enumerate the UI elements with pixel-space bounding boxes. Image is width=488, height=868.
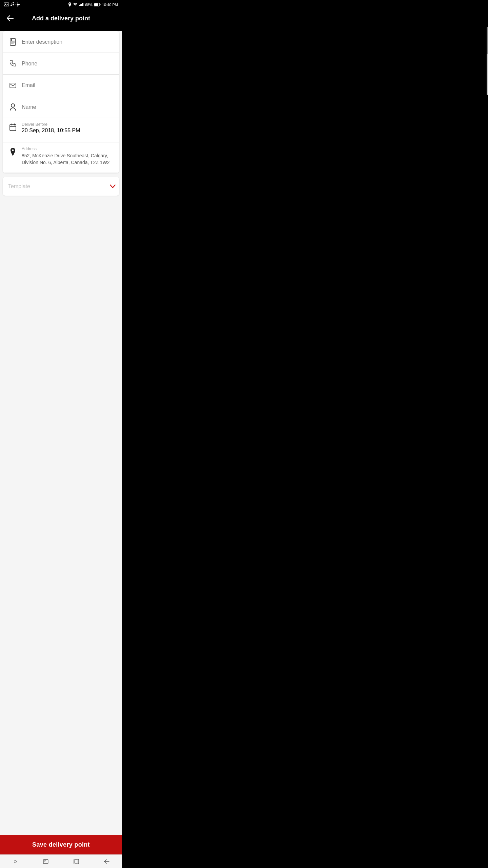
address-label: Address (22, 146, 114, 151)
name-field[interactable] (3, 96, 119, 118)
music-icon (10, 2, 14, 7)
deliver-before-content: Deliver Before 20 Sep, 2018, 10:55 PM (22, 122, 114, 134)
svg-rect-34 (44, 860, 45, 861)
address-field[interactable]: Address 852, McKenzie Drive Southeast, C… (3, 142, 119, 173)
svg-rect-36 (75, 860, 78, 863)
deliver-before-label: Deliver Before (22, 122, 114, 127)
description-field[interactable] (3, 31, 119, 53)
time: 10:40 PM (102, 3, 118, 7)
svg-rect-12 (79, 5, 80, 6)
status-bar: 68% 10:40 PM (0, 0, 122, 9)
location-status-icon (68, 2, 72, 7)
nav-recents-button[interactable] (42, 857, 50, 866)
svg-rect-14 (81, 4, 82, 6)
svg-rect-22 (11, 39, 12, 41)
chevron-down-icon (108, 184, 116, 189)
svg-rect-16 (83, 3, 84, 6)
svg-rect-15 (82, 3, 83, 6)
address-value: 852, McKenzie Drive Southeast, Calgary, … (22, 153, 114, 166)
status-left-icons (4, 2, 20, 7)
name-input[interactable] (22, 104, 114, 110)
deliver-before-field[interactable]: Deliver Before 20 Sep, 2018, 10:55 PM (3, 118, 119, 142)
save-delivery-point-button[interactable]: Save delivery point (0, 835, 122, 854)
svg-rect-19 (94, 3, 98, 6)
person-icon (8, 103, 18, 111)
nav-back-button[interactable] (103, 857, 111, 866)
location-icon (8, 148, 18, 156)
nav-bar (0, 854, 122, 868)
svg-point-32 (14, 860, 17, 863)
address-content: Address 852, McKenzie Drive Southeast, C… (22, 146, 114, 166)
bottom-spacer (0, 196, 122, 230)
nav-home-button[interactable] (11, 857, 19, 866)
template-field[interactable]: Template (3, 177, 119, 196)
phone-icon (8, 60, 18, 67)
svg-rect-28 (10, 124, 16, 131)
description-input[interactable] (22, 39, 114, 45)
svg-rect-0 (4, 3, 9, 6)
deliver-before-value: 20 Sep, 2018, 10:55 PM (22, 127, 114, 134)
phone-field[interactable] (3, 53, 119, 75)
status-right-icons: 68% 10:40 PM (68, 2, 118, 7)
signal-bars-icon (79, 3, 84, 7)
description-icon (8, 38, 18, 46)
svg-line-6 (12, 2, 14, 3)
battery-icon (94, 3, 101, 7)
calendar-icon (8, 123, 18, 131)
header: Add a delivery point (0, 9, 122, 27)
image-icon (4, 2, 9, 7)
email-icon (8, 83, 18, 88)
svg-rect-18 (100, 4, 100, 5)
brightness-icon (16, 2, 20, 7)
form-card: Deliver Before 20 Sep, 2018, 10:55 PM Ad… (3, 31, 119, 173)
svg-rect-13 (80, 4, 81, 6)
main-content: Deliver Before 20 Sep, 2018, 10:55 PM Ad… (0, 31, 122, 838)
email-input[interactable] (22, 82, 114, 88)
back-button[interactable] (5, 14, 15, 23)
template-label: Template (8, 183, 110, 190)
phone-input[interactable] (22, 61, 114, 67)
email-field[interactable] (3, 75, 119, 96)
battery-percentage: 68% (85, 3, 93, 7)
svg-point-27 (11, 104, 15, 107)
nav-overview-button[interactable] (72, 857, 80, 866)
svg-point-7 (17, 3, 19, 5)
wifi-icon (73, 3, 78, 7)
page-title: Add a delivery point (32, 15, 90, 22)
